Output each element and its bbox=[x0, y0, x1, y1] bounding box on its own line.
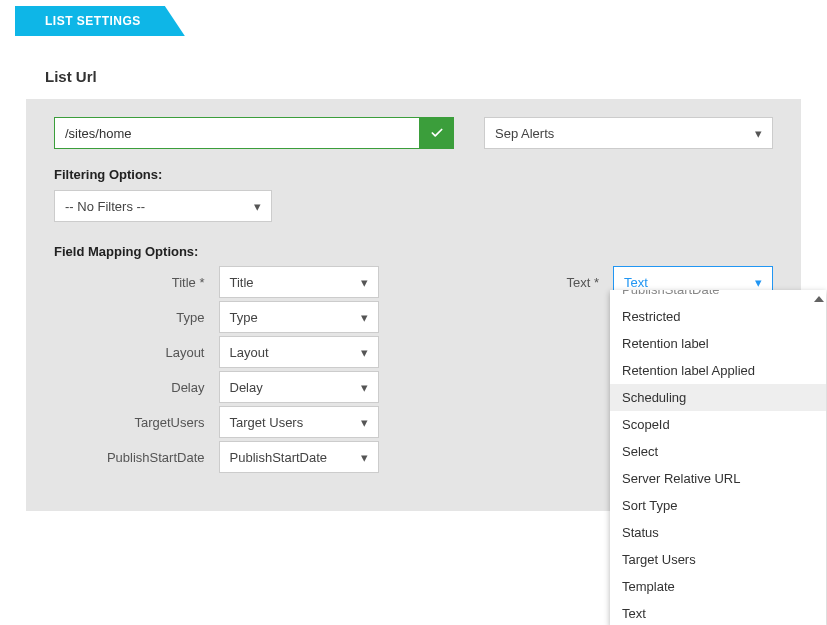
caret-down-icon: ▾ bbox=[361, 310, 368, 325]
filter-dropdown[interactable]: -- No Filters -- ▾ bbox=[54, 190, 272, 222]
dropdown-option[interactable]: Select bbox=[610, 438, 826, 465]
map-dropdown-value: PublishStartDate bbox=[230, 450, 328, 465]
section-heading: List Url bbox=[45, 68, 812, 85]
map-row: LayoutLayout▾ bbox=[54, 337, 379, 367]
map-label: PublishStartDate bbox=[107, 450, 205, 465]
map-dropdown[interactable]: Target Users▾ bbox=[219, 406, 379, 438]
caret-down-icon: ▾ bbox=[361, 380, 368, 395]
dropdown-option[interactable]: Sort Type bbox=[610, 492, 826, 519]
map-dropdown[interactable]: Type▾ bbox=[219, 301, 379, 333]
dropdown-option[interactable]: Restricted bbox=[610, 303, 826, 330]
list-url-input[interactable] bbox=[54, 117, 420, 149]
map-dropdown[interactable]: Layout▾ bbox=[219, 336, 379, 368]
map-row: DelayDelay▾ bbox=[54, 372, 379, 402]
map-row: TargetUsersTarget Users▾ bbox=[54, 407, 379, 437]
dropdown-option[interactable]: Status bbox=[610, 519, 826, 531]
map-label: TargetUsers bbox=[134, 415, 204, 430]
list-url-group bbox=[54, 117, 454, 149]
dropdown-option[interactable]: Scheduling bbox=[610, 384, 826, 411]
caret-down-icon: ▾ bbox=[361, 450, 368, 465]
caret-down-icon: ▾ bbox=[755, 126, 762, 141]
map-dropdown-value: Delay bbox=[230, 380, 263, 395]
mapping-label: Field Mapping Options: bbox=[54, 244, 773, 259]
filtering-label: Filtering Options: bbox=[54, 167, 773, 182]
list-select-dropdown[interactable]: Sep Alerts ▾ bbox=[484, 117, 773, 149]
list-select-value: Sep Alerts bbox=[495, 126, 554, 141]
caret-down-icon: ▾ bbox=[361, 415, 368, 430]
map-label: Text * bbox=[566, 275, 599, 290]
map-label: Title * bbox=[172, 275, 205, 290]
map-label: Layout bbox=[165, 345, 204, 360]
caret-down-icon: ▾ bbox=[361, 275, 368, 290]
map-dropdown-value: Text bbox=[624, 275, 648, 290]
caret-down-icon: ▾ bbox=[361, 345, 368, 360]
confirm-url-button[interactable] bbox=[420, 117, 454, 149]
check-icon bbox=[430, 126, 444, 140]
dropdown-option[interactable]: Retention label Applied bbox=[610, 357, 826, 384]
map-dropdown[interactable]: PublishStartDate▾ bbox=[219, 441, 379, 473]
map-dropdown-value: Type bbox=[230, 310, 258, 325]
caret-down-icon: ▾ bbox=[254, 199, 261, 214]
map-dropdown[interactable]: Title▾ bbox=[219, 266, 379, 298]
scroll-up-icon[interactable] bbox=[814, 296, 824, 302]
filter-value: -- No Filters -- bbox=[65, 199, 145, 214]
map-dropdown[interactable]: Delay▾ bbox=[219, 371, 379, 403]
map-dropdown-value: Layout bbox=[230, 345, 269, 360]
dropdown-option[interactable]: PublishStartDate bbox=[610, 290, 826, 303]
dropdown-option[interactable]: Server Relative URL bbox=[610, 465, 826, 492]
map-dropdown-value: Target Users bbox=[230, 415, 304, 430]
dropdown-option[interactable]: ScopeId bbox=[610, 411, 826, 438]
map-label: Delay bbox=[171, 380, 204, 395]
caret-down-icon: ▾ bbox=[755, 275, 762, 290]
dropdown-option[interactable]: Retention label bbox=[610, 330, 826, 357]
tab-list-settings[interactable]: LIST SETTINGS bbox=[15, 6, 185, 36]
map-label: Type bbox=[176, 310, 204, 325]
map-dropdown-value: Title bbox=[230, 275, 254, 290]
text-dropdown-popup[interactable]: PublishStartDateRestrictedRetention labe… bbox=[610, 290, 826, 531]
mapping-col-left: Title *Title▾TypeType▾LayoutLayout▾Delay… bbox=[54, 267, 379, 477]
map-row: Title *Title▾ bbox=[54, 267, 379, 297]
map-row: TypeType▾ bbox=[54, 302, 379, 332]
map-row: PublishStartDatePublishStartDate▾ bbox=[54, 442, 379, 472]
